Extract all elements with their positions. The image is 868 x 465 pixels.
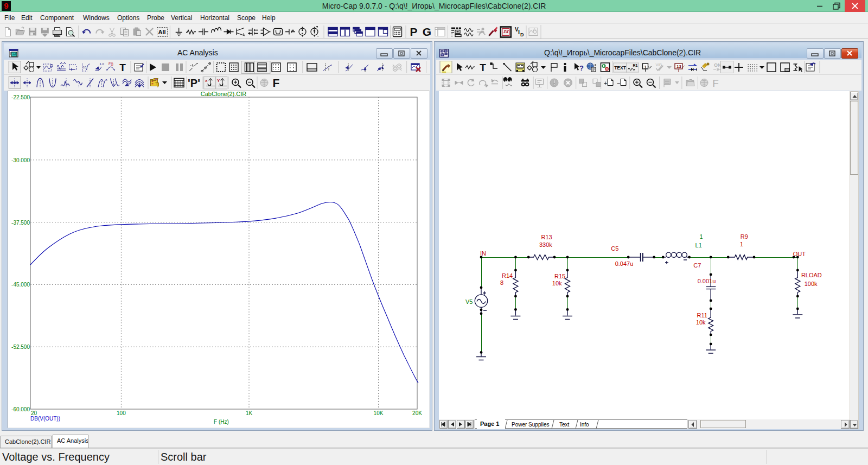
svg-text:1K: 1K: [246, 410, 253, 416]
svg-text:OUT: OUT: [793, 251, 806, 257]
svg-text:I: I: [518, 29, 520, 35]
svg-text:L1: L1: [695, 242, 702, 249]
svg-text:13: 13: [676, 64, 681, 69]
svg-text:-45.000: -45.000: [11, 282, 30, 288]
svg-text:F: F: [712, 78, 719, 89]
svg-text:Y: Y: [217, 78, 220, 83]
svg-text:10K: 10K: [374, 410, 384, 416]
svg-text:100k: 100k: [805, 281, 818, 287]
svg-text:D: D: [520, 32, 524, 37]
svg-text:R14: R14: [502, 272, 513, 279]
svg-text:−: −: [617, 80, 620, 86]
svg-text:1: 1: [740, 241, 743, 247]
svg-text:All: All: [158, 29, 165, 35]
svg-text:330k: 330k: [539, 241, 552, 248]
svg-text:V5: V5: [465, 298, 473, 305]
svg-text:F (Hz): F (Hz): [214, 419, 229, 425]
svg-text:DB(V(OUT)): DB(V(OUT)): [30, 416, 60, 422]
svg-text:-52.500: -52.500: [11, 344, 30, 350]
svg-text:1.0: 1.0: [100, 62, 105, 66]
svg-text:RLOAD: RLOAD: [801, 272, 822, 278]
svg-text:1: 1: [644, 65, 647, 69]
svg-text:CabClone(2).CIR: CabClone(2).CIR: [201, 91, 246, 97]
svg-text:R9: R9: [741, 233, 748, 240]
svg-text:TEXT: TEXT: [614, 65, 627, 71]
svg-text:x: x: [205, 78, 208, 83]
svg-text:-22.500: -22.500: [11, 94, 30, 100]
svg-text:-37.500: -37.500: [11, 220, 30, 226]
svg-text:G: G: [423, 26, 431, 38]
svg-text:?: ?: [579, 64, 584, 72]
svg-text:'P': 'P': [188, 77, 200, 89]
svg-text:10: 10: [83, 66, 87, 69]
svg-text:T: T: [480, 62, 486, 73]
svg-text:100: 100: [117, 410, 126, 416]
svg-text:10k: 10k: [696, 319, 706, 326]
svg-text:C5: C5: [611, 245, 618, 252]
svg-text:ON: ON: [714, 62, 722, 68]
svg-text:1: 1: [700, 233, 703, 240]
svg-text:F(): F(): [108, 62, 113, 66]
svg-text:R11: R11: [697, 312, 707, 319]
svg-text:F: F: [273, 77, 280, 89]
svg-text:C7: C7: [693, 262, 701, 269]
svg-text:-30.000: -30.000: [11, 157, 30, 163]
svg-text:IN: IN: [480, 250, 486, 257]
svg-text:20K: 20K: [412, 410, 422, 416]
svg-text:R15: R15: [554, 273, 565, 279]
svg-text:R1: R1: [633, 63, 638, 67]
svg-text:0.001u: 0.001u: [698, 278, 716, 284]
svg-text:10k: 10k: [552, 280, 562, 286]
svg-text:R13: R13: [541, 234, 552, 240]
svg-text:T: T: [119, 62, 126, 73]
svg-text:8: 8: [500, 279, 503, 286]
svg-text:+: +: [604, 80, 607, 86]
svg-text:0.047u: 0.047u: [615, 260, 634, 267]
svg-text:-60.000: -60.000: [11, 406, 30, 412]
svg-text:P: P: [410, 26, 417, 38]
